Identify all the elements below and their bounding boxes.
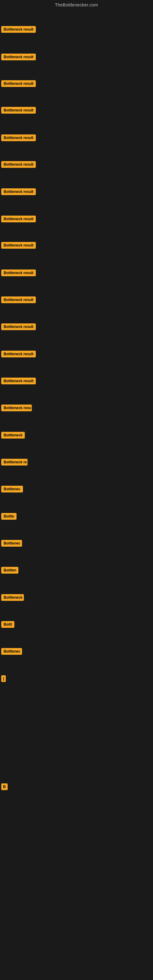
bottleneck-badge-11: Bottleneck result <box>1 296 36 303</box>
bottleneck-badge-7: Bottleneck result <box>1 188 36 195</box>
bottleneck-badge-26: B <box>1 783 8 790</box>
bottleneck-badge-20: Bottlenec <box>1 540 22 547</box>
bottleneck-badge-6: Bottleneck result <box>1 161 36 168</box>
site-title: TheBottlenecker.com <box>0 0 153 9</box>
bottleneck-badge-5: Bottleneck result <box>1 134 36 141</box>
bottleneck-badge-24: Bottlenec <box>1 648 22 655</box>
bottleneck-badge-21: Bottlen <box>1 567 18 574</box>
bottleneck-badge-14: Bottleneck result <box>1 378 36 384</box>
bottleneck-badge-9: Bottleneck result <box>1 242 36 249</box>
bottleneck-badge-8: Bottleneck result <box>1 216 36 222</box>
bottleneck-badge-19: Bottle <box>1 513 16 520</box>
bottleneck-badge-17: Bottleneck re <box>1 459 27 466</box>
page-wrapper: TheBottlenecker.com Bottleneck result Bo… <box>0 0 153 980</box>
bottleneck-badge-15: Bottleneck resu <box>1 404 32 411</box>
bottleneck-badge-12: Bottleneck result <box>1 323 36 330</box>
bottleneck-badge-1: Bottleneck result <box>1 26 36 33</box>
bottleneck-badge-25: | <box>1 675 6 682</box>
bottleneck-badge-2: Bottleneck result <box>1 54 36 60</box>
bottleneck-badge-3: Bottleneck result <box>1 80 36 87</box>
bottleneck-badge-10: Bottleneck result <box>1 269 36 276</box>
bottleneck-badge-13: Bottleneck result <box>1 351 36 357</box>
bottleneck-badge-4: Bottleneck result <box>1 107 36 114</box>
bottleneck-badge-23: Bottl <box>1 621 14 628</box>
bottleneck-badge-22: Bottleneck <box>1 594 24 601</box>
bottleneck-badge-18: Bottlenec <box>1 486 23 492</box>
bottleneck-badge-16: Bottleneck <box>1 432 25 439</box>
